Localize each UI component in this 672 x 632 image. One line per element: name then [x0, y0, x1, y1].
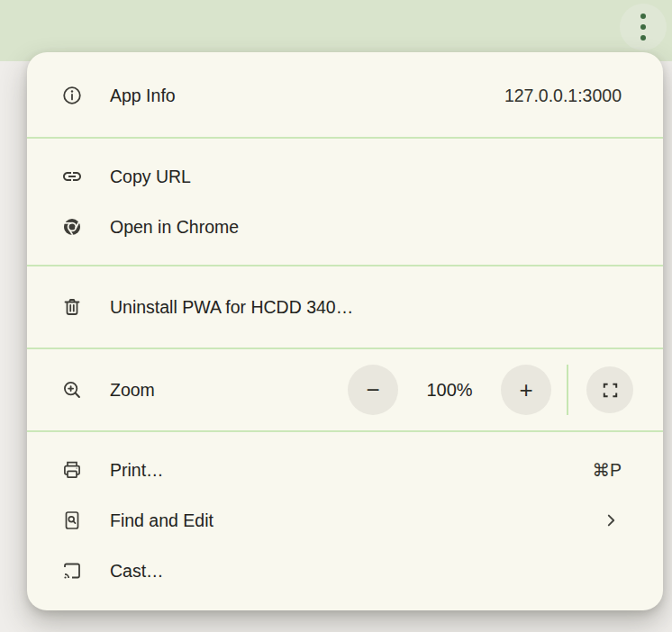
app-origin-text: 127.0.0.1:3000 — [504, 86, 622, 106]
fullscreen-button[interactable] — [586, 366, 633, 413]
pwa-options-menu: App Info 127.0.0.1:3000 Copy URL — [27, 52, 663, 610]
magnifier-plus-icon — [61, 379, 83, 401]
print-shortcut: ⌘P — [592, 460, 622, 481]
find-and-edit-label: Find and Edit — [110, 510, 213, 531]
link-icon — [61, 166, 83, 187]
menu-item-copy-url[interactable]: Copy URL — [27, 151, 663, 202]
menu-section-app-info: App Info 127.0.0.1:3000 — [27, 52, 663, 137]
menu-item-app-info[interactable]: App Info 127.0.0.1:3000 — [27, 70, 663, 121]
more-options-button[interactable] — [620, 4, 667, 50]
cast-label: Cast… — [110, 561, 164, 582]
cast-icon — [61, 560, 83, 582]
zoom-out-button[interactable]: − — [348, 365, 398, 415]
chrome-icon — [61, 216, 83, 238]
menu-section-uninstall: Uninstall PWA for HCDD 340… — [27, 265, 663, 348]
menu-item-cast[interactable]: Cast… — [27, 546, 663, 596]
chevron-right-icon — [600, 510, 622, 531]
zoom-controls: − 100% + — [348, 365, 633, 415]
app-info-label: App Info — [110, 86, 176, 106]
trash-icon — [61, 296, 83, 318]
zoom-level-value: 100% — [398, 380, 501, 401]
open-in-chrome-label: Open in Chrome — [110, 217, 239, 238]
menu-item-zoom: Zoom − 100% + — [27, 365, 663, 415]
menu-item-uninstall-pwa[interactable]: Uninstall PWA for HCDD 340… — [27, 282, 663, 332]
fullscreen-icon — [600, 380, 621, 401]
zoom-divider — [567, 365, 568, 415]
print-label: Print… — [110, 460, 164, 481]
menu-item-print[interactable]: Print… ⌘P — [27, 445, 663, 495]
document-search-icon — [61, 510, 83, 531]
uninstall-pwa-label: Uninstall PWA for HCDD 340… — [110, 297, 353, 318]
zoom-in-button[interactable]: + — [501, 365, 551, 415]
kebab-icon — [640, 14, 646, 41]
menu-item-find-and-edit[interactable]: Find and Edit — [27, 495, 663, 546]
menu-section-actions: Print… ⌘P Find and Edit — [27, 430, 663, 609]
printer-icon — [61, 459, 83, 481]
copy-url-label: Copy URL — [110, 167, 191, 187]
info-icon — [61, 85, 83, 106]
menu-section-zoom: Zoom − 100% + — [27, 348, 663, 430]
menu-item-open-in-chrome[interactable]: Open in Chrome — [27, 202, 663, 252]
zoom-label: Zoom — [110, 380, 155, 401]
menu-section-links: Copy URL Open in Chrome — [27, 137, 663, 265]
